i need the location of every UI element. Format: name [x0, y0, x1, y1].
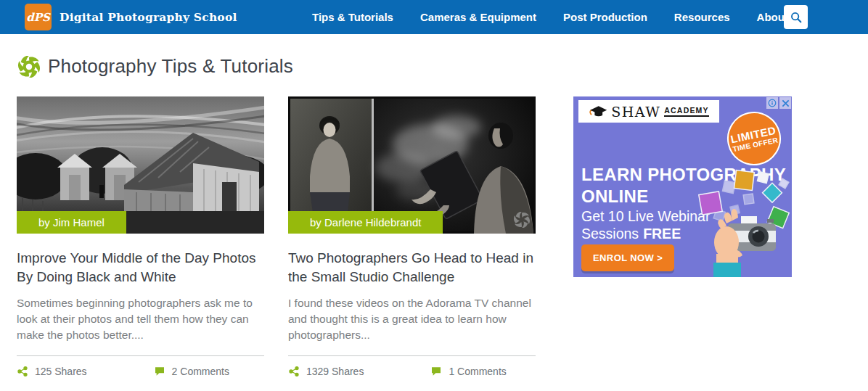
comments-meta[interactable]: 1 Comments: [430, 366, 506, 377]
ad-sub-line1: Get 10 Live Webinar: [581, 207, 710, 225]
search-icon: [790, 11, 803, 24]
shares-count: 125 Shares: [35, 366, 87, 377]
site-logo[interactable]: dPS: [25, 4, 52, 30]
limited-time-offer-badge: LIMITED TIME OFFER: [722, 107, 786, 170]
ad-brand-suffix: ACADEMY: [664, 106, 709, 117]
article-excerpt: I found these videos on the Adorama TV c…: [288, 295, 533, 343]
comments-count: 2 Comments: [172, 366, 229, 377]
shaw-academy-logo: SHAW ACADEMY: [578, 100, 719, 123]
nav-item-tips-tutorials[interactable]: Tips & Tutorials: [312, 11, 393, 23]
site-name[interactable]: Digital Photography School: [60, 0, 237, 34]
article-card: by Jim Hamel Improve Your Middle of the …: [17, 96, 264, 377]
article-thumbnail[interactable]: by Darlene Hildebrandt: [288, 96, 536, 234]
ad-close-icon[interactable]: [779, 97, 791, 109]
author-badge[interactable]: by Darlene Hildebrandt: [288, 211, 443, 234]
shares-meta[interactable]: 125 Shares: [17, 366, 87, 377]
comments-count: 1 Comments: [449, 366, 506, 377]
author-badge[interactable]: by Jim Hamel: [17, 211, 126, 234]
article-thumbnail[interactable]: by Jim Hamel: [17, 96, 264, 234]
graduation-cap-icon: [589, 104, 607, 119]
article-title[interactable]: Improve Your Middle of the Day Photos By…: [17, 249, 262, 286]
ad-brand-name: SHAW: [611, 104, 660, 120]
search-button[interactable]: [784, 5, 808, 29]
top-navigation-bar: dPS Digital Photography School Tips & Tu…: [0, 0, 868, 34]
article-meta-bar: 125 Shares 2 Comments: [17, 355, 264, 377]
enrol-now-button[interactable]: ENROL NOW >: [581, 244, 674, 271]
shaw-academy-ad-banner[interactable]: SHAW ACADEMY LIMITED TIME OFFER LEARN PH…: [573, 96, 792, 277]
article-title[interactable]: Two Photographers Go Head to Head in the…: [288, 249, 533, 286]
ad-sub-line2-text: Sessions: [581, 226, 639, 242]
adchoices-controls: [766, 97, 791, 109]
comment-icon: [430, 366, 442, 377]
share-icon: [288, 366, 300, 377]
article-card: by Darlene Hildebrandt Two Photographers…: [288, 96, 536, 377]
nav-item-post-production[interactable]: Post Production: [563, 11, 647, 23]
ad-sub-line2-free: FREE: [643, 226, 681, 242]
ad-info-icon[interactable]: [766, 97, 778, 109]
watermark-aperture-icon: [514, 212, 530, 228]
shares-meta[interactable]: 1329 Shares: [288, 366, 364, 377]
nav-item-cameras-equipment[interactable]: Cameras & Equipment: [420, 11, 536, 23]
aperture-icon: [18, 56, 40, 78]
article-meta-bar: 1329 Shares 1 Comments: [288, 355, 536, 377]
comments-meta[interactable]: 2 Comments: [154, 366, 229, 377]
shares-count: 1329 Shares: [306, 366, 364, 377]
camera-hand-illustration: [695, 168, 792, 277]
page-heading: Photography Tips & Tutorials: [18, 55, 293, 78]
share-icon: [17, 366, 28, 377]
ad-sub-line2: SessionsFREE: [581, 225, 710, 242]
nav-item-resources[interactable]: Resources: [674, 11, 730, 23]
site-logo-glyph: dPS: [26, 11, 50, 24]
article-excerpt: Sometimes beginning photographers ask me…: [17, 295, 262, 343]
ad-subheadline: Get 10 Live Webinar SessionsFREE: [581, 207, 710, 243]
comment-icon: [154, 366, 165, 377]
main-nav: Tips & Tutorials Cameras & Equipment Pos…: [312, 0, 805, 34]
page-title: Photography Tips & Tutorials: [48, 55, 293, 78]
